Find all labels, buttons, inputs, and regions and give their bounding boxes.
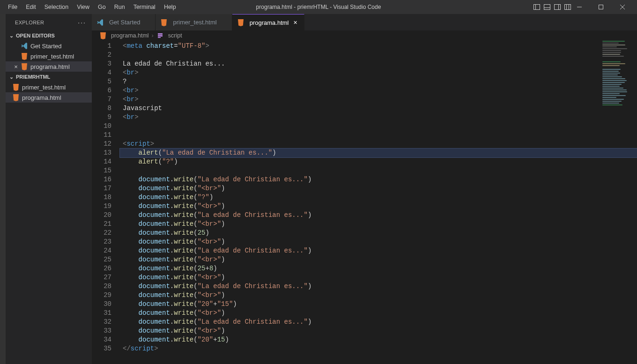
menu-bar: FileEditSelectionViewGoRunTerminalHelp (4, 2, 180, 12)
breadcrumb-file[interactable]: programa.html (99, 32, 149, 39)
symbol-icon (156, 32, 164, 39)
layout-controls (533, 3, 571, 11)
sidebar-more-icon[interactable]: ··· (78, 19, 86, 26)
code-line[interactable]: document.write("<br>") (120, 184, 637, 193)
code-line[interactable]: <br> (120, 68, 637, 77)
tab-label: Get Started (109, 19, 140, 26)
code-line[interactable]: document.write("<br>") (120, 309, 637, 318)
svg-rect-4 (555, 5, 561, 10)
html-icon (12, 94, 20, 101)
open-editors-label: OPEN EDITORS (16, 33, 55, 38)
close-button[interactable] (612, 0, 633, 14)
open-editor-label: primer_test.html (30, 53, 74, 60)
svg-rect-0 (534, 5, 540, 10)
folder-label: PRIEMRHTML (16, 74, 50, 80)
breadcrumbs[interactable]: programa.html › script (92, 30, 637, 41)
breadcrumb-file-label: programa.html (111, 32, 149, 39)
menu-terminal[interactable]: Terminal (129, 2, 160, 12)
code-line[interactable]: </script> (120, 344, 637, 353)
code-line[interactable]: <br> (120, 86, 637, 95)
editor-area: Get Started×primer_test.html×programa.ht… (92, 14, 637, 364)
editor-tab[interactable]: programa.html× (232, 14, 304, 30)
menu-view[interactable]: View (73, 2, 94, 12)
open-editor-label: programa.html (30, 63, 70, 70)
explorer-sidebar: EXPLORER ··· ⌄ OPEN EDITORS ×Get Started… (6, 14, 92, 364)
code-line[interactable]: ? (120, 77, 637, 86)
code-line[interactable]: <br> (120, 113, 637, 122)
file-tree-label: programa.html (22, 94, 61, 101)
code-line[interactable]: <meta charset="UTF-8"> (120, 42, 637, 51)
editor-tabs: Get Started×primer_test.html×programa.ht… (92, 14, 637, 30)
code-editor[interactable]: 1234567891011121314151617181920212223242… (92, 41, 637, 364)
menu-selection[interactable]: Selection (40, 2, 73, 12)
breadcrumb-separator: › (151, 32, 155, 39)
code-line[interactable]: document.write("?") (120, 193, 637, 202)
menu-help[interactable]: Help (160, 2, 180, 12)
layout-sidebar-right-icon[interactable] (554, 3, 561, 11)
open-editor-item[interactable]: ×Get Started (6, 41, 92, 51)
layout-sidebar-left-icon[interactable] (533, 3, 541, 11)
editor-tab[interactable]: primer_test.html× (156, 14, 232, 30)
code-line[interactable]: document.write("<br>") (120, 202, 637, 211)
sidebar-header: EXPLORER ··· (6, 14, 92, 30)
layout-panel-icon[interactable] (543, 3, 551, 11)
code-line[interactable]: document.write(25) (120, 229, 637, 238)
breadcrumb-symbol[interactable]: script (156, 32, 182, 39)
open-editor-item[interactable]: ×primer_test.html (6, 51, 92, 61)
code-line[interactable]: <script> (120, 140, 637, 149)
editor-tab[interactable]: Get Started× (92, 14, 156, 30)
code-line[interactable]: document.write("<br>") (120, 220, 637, 229)
menu-file[interactable]: File (4, 2, 22, 12)
code-line[interactable]: document.write("<br>") (120, 291, 637, 300)
file-tree-item[interactable]: programa.html (6, 92, 92, 103)
open-editor-item[interactable]: ×programa.html (6, 61, 92, 72)
tab-label: programa.html (250, 19, 289, 26)
code-line[interactable]: alert("La edad de Christian es...") (120, 149, 637, 157)
code-line[interactable]: document.write("La edad de Christian es.… (120, 175, 637, 184)
line-number-gutter: 1234567891011121314151617181920212223242… (92, 41, 120, 364)
file-tree-item[interactable]: primer_test.html (6, 82, 92, 92)
code-line[interactable] (120, 131, 637, 140)
minimap[interactable] (602, 41, 630, 134)
html-icon (21, 63, 28, 70)
code-line[interactable]: document.write("<br>") (120, 255, 637, 264)
chevron-down-icon: ⌄ (7, 33, 15, 39)
code-line[interactable]: document.write("La edad de Christian es.… (120, 282, 637, 291)
menu-go[interactable]: Go (94, 2, 110, 12)
svg-rect-2 (544, 5, 550, 10)
code-line[interactable]: document.write("<br>") (120, 327, 637, 335)
activity-bar[interactable] (0, 14, 6, 364)
code-line[interactable]: document.write("La edad de Christian es.… (120, 246, 637, 255)
chevron-down-icon: ⌄ (7, 74, 15, 80)
code-line[interactable] (120, 51, 637, 59)
window-title: programa.html - priemrHTML - Visual Stud… (256, 4, 381, 10)
open-editor-label: Get Started (30, 43, 61, 50)
title-bar: FileEditSelectionViewGoRunTerminalHelp p… (0, 0, 637, 14)
code-line[interactable]: document.write("20"+15) (120, 335, 637, 344)
html-icon (21, 52, 28, 60)
close-icon[interactable]: × (11, 63, 21, 70)
code-line[interactable]: La edad de Christian es... (120, 59, 637, 68)
folder-section[interactable]: ⌄ PRIEMRHTML (6, 72, 92, 82)
open-editors-section[interactable]: ⌄ OPEN EDITORS (6, 30, 92, 41)
code-line[interactable] (120, 122, 637, 131)
tab-label: primer_test.html (173, 19, 216, 26)
code-line[interactable]: document.write(25+8) (120, 264, 637, 273)
close-icon[interactable]: × (292, 19, 299, 26)
code-line[interactable]: document.write("La edad de Christian es.… (120, 211, 637, 220)
code-line[interactable]: document.write("La edad de Christian es.… (120, 318, 637, 327)
menu-edit[interactable]: Edit (22, 2, 40, 12)
code-line[interactable]: document.write("<br>") (120, 273, 637, 282)
code-line[interactable]: Javascript (120, 104, 637, 113)
code-content[interactable]: <meta charset="UTF-8">La edad de Christi… (120, 41, 637, 364)
maximize-button[interactable] (590, 0, 612, 14)
code-line[interactable]: document.write("<br>") (120, 238, 637, 246)
svg-rect-10 (599, 5, 603, 9)
minimize-button[interactable] (569, 0, 590, 14)
code-line[interactable] (120, 166, 637, 175)
code-line[interactable]: document.write("20"+"15") (120, 300, 637, 309)
vscode-icon (96, 19, 104, 26)
code-line[interactable]: <br> (120, 95, 637, 104)
menu-run[interactable]: Run (110, 2, 129, 12)
code-line[interactable]: alert("?") (120, 157, 637, 166)
